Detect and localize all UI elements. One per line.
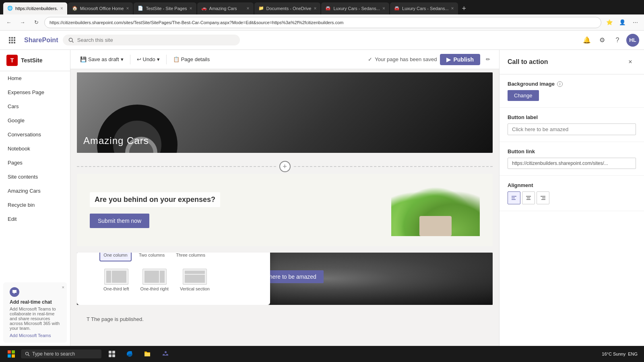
tab-microsoft-home[interactable]: 🏠 Microsoft Office Home ×	[68, 2, 133, 14]
sidebar-item-recycle-bin[interactable]: Recycle bin	[0, 198, 70, 212]
tab-close-5[interactable]: ×	[314, 6, 316, 11]
change-button[interactable]: Change	[508, 90, 539, 101]
cta-left-content: Are you behind on your expenses? Submit …	[90, 192, 379, 228]
button-link-field-label: Button link	[508, 148, 636, 154]
info-icon[interactable]: i	[557, 81, 563, 87]
start-button[interactable]	[3, 346, 19, 362]
section-add-row-1: +	[77, 159, 493, 174]
chat-panel-close[interactable]: ×	[62, 285, 64, 290]
tab-close-7[interactable]: ×	[451, 6, 454, 11]
tab-label-7: Luxury Cars - Sedans...	[402, 6, 449, 11]
publish-button[interactable]: ▶ Publish	[440, 54, 480, 65]
save-draft-button[interactable]: 💾 Save as draft ▾	[77, 55, 127, 64]
align-left-icon	[511, 195, 517, 201]
sidebar-item-home[interactable]: Home	[0, 71, 70, 85]
cta-plant-decoration	[379, 190, 480, 230]
tab-testsite[interactable]: 📄 TestSite - Site Pages ×	[134, 2, 196, 14]
tab-documents[interactable]: 📁 Documents - OneDrive ×	[254, 2, 321, 14]
plant-image	[391, 184, 480, 236]
teams-icon[interactable]	[158, 346, 172, 362]
svg-rect-2	[14, 37, 15, 39]
svg-rect-22	[8, 354, 11, 358]
layout-label-third-left: One-third left	[103, 286, 129, 291]
layout-label-vertical: Vertical section	[180, 286, 210, 291]
svg-rect-23	[12, 354, 15, 358]
incognito-button[interactable]: 👤	[617, 17, 628, 28]
sidebar-item-amazing-cars[interactable]: Amazing Cars	[0, 184, 70, 198]
forward-button[interactable]: →	[17, 17, 28, 28]
svg-rect-3	[9, 39, 10, 41]
layout-one-third-right[interactable]: One-third right	[136, 265, 173, 295]
tab-bar: 🌐 https://citizenbuilders. × 🏠 Microsoft…	[0, 0, 644, 14]
waffle-menu[interactable]	[5, 33, 19, 47]
save-dropdown-icon[interactable]: ▾	[121, 56, 124, 62]
layout-two-columns[interactable]: Two columns	[135, 253, 169, 261]
svg-line-10	[72, 41, 73, 42]
tab-amazing-cars[interactable]: 🚗 Amazing Cars ×	[197, 2, 254, 14]
layout-vertical-section[interactable]: Vertical section	[176, 265, 214, 295]
sidebar-item-edit[interactable]: Edit	[0, 212, 70, 226]
section-layout-popup: Section layout + One column	[77, 253, 270, 305]
sidebar-item-cars[interactable]: Cars	[0, 99, 70, 113]
undo-dropdown-icon[interactable]: ▾	[157, 56, 160, 62]
tab-close-icon[interactable]: ×	[60, 6, 63, 11]
button-label-section: Button label	[500, 108, 644, 142]
add-section-button[interactable]: +	[279, 161, 291, 172]
system-tray: 16°C Sunny ENG	[602, 352, 641, 356]
extensions-button[interactable]: ⭐	[604, 17, 615, 28]
align-left-button[interactable]	[508, 191, 520, 204]
chat-title: Add real-time chat	[10, 299, 60, 305]
tab-close-3[interactable]: ×	[190, 6, 192, 11]
cta-section-2: Want to look at our newest product lineu…	[77, 253, 493, 305]
layout-one-column[interactable]: One column	[99, 253, 132, 261]
search-bar[interactable]	[63, 35, 240, 45]
button-link-input[interactable]	[508, 158, 636, 169]
sidebar-item-expenses[interactable]: Expenses Page	[0, 85, 70, 99]
tab-luxury-cars[interactable]: 🚘 Luxury Cars - Sedans... ×	[321, 2, 389, 14]
user-avatar[interactable]: HL	[626, 34, 639, 47]
align-right-button[interactable]	[537, 191, 549, 204]
topbar-icons: 🔔 ⚙ ? HL	[580, 34, 639, 47]
page-details-button[interactable]: 📋 Page details	[170, 55, 213, 64]
undo-button[interactable]: ↩ Undo ▾	[134, 55, 163, 64]
layout-one-third-left[interactable]: One-third left	[99, 265, 133, 295]
layout-three-columns[interactable]: Three columns	[172, 253, 209, 261]
col-large-right	[112, 271, 126, 283]
tab-label-4: Amazing Cars	[209, 6, 244, 11]
address-input[interactable]	[44, 17, 601, 28]
tab-luxury-cars-2[interactable]: 🚘 Luxury Cars - Sedans... ×	[390, 2, 458, 14]
back-button[interactable]: ←	[3, 17, 14, 28]
button-label-input[interactable]	[508, 123, 636, 135]
tab-close-6[interactable]: ×	[382, 6, 385, 11]
taskbar-search[interactable]: Type here to search	[21, 350, 101, 358]
taskbar: Type here to search 16°C Sunny ENG	[0, 346, 644, 362]
explorer-icon[interactable]	[140, 346, 155, 362]
notifications-icon[interactable]: 🔔	[580, 34, 593, 47]
language-indicator: ENG	[628, 352, 638, 356]
align-center-icon	[526, 195, 531, 201]
edge-icon[interactable]	[122, 346, 137, 362]
right-panel-close-button[interactable]: ×	[625, 56, 636, 68]
sidebar-item-conversations[interactable]: Conversations	[0, 128, 70, 142]
svg-rect-4	[11, 39, 13, 41]
edit-icon-button[interactable]: ✏	[483, 54, 493, 65]
align-center-button[interactable]	[522, 191, 535, 204]
reload-button[interactable]: ↻	[31, 17, 42, 28]
sidebar-item-google[interactable]: Google	[0, 113, 70, 128]
cta-button-1[interactable]: Submit them now	[90, 214, 149, 228]
help-icon[interactable]: ?	[611, 34, 624, 47]
more-button[interactable]: ⋯	[630, 17, 641, 28]
svg-rect-26	[109, 351, 111, 354]
task-view-icon[interactable]	[105, 346, 119, 362]
search-input[interactable]	[77, 37, 235, 43]
chat-link[interactable]: Add Microsoft Teams	[10, 333, 51, 338]
new-tab-button[interactable]: +	[459, 2, 470, 14]
tab-close-2[interactable]: ×	[126, 6, 129, 11]
tab-close-4[interactable]: ×	[247, 6, 250, 11]
sidebar-item-site-contents[interactable]: Site contents	[0, 170, 70, 184]
saved-checkmark: ✓	[368, 56, 372, 62]
sidebar-item-notebook[interactable]: Notebook	[0, 142, 70, 156]
settings-icon[interactable]: ⚙	[596, 34, 609, 47]
sidebar-item-pages[interactable]: Pages	[0, 156, 70, 170]
tab-active[interactable]: 🌐 https://citizenbuilders. ×	[3, 2, 67, 14]
